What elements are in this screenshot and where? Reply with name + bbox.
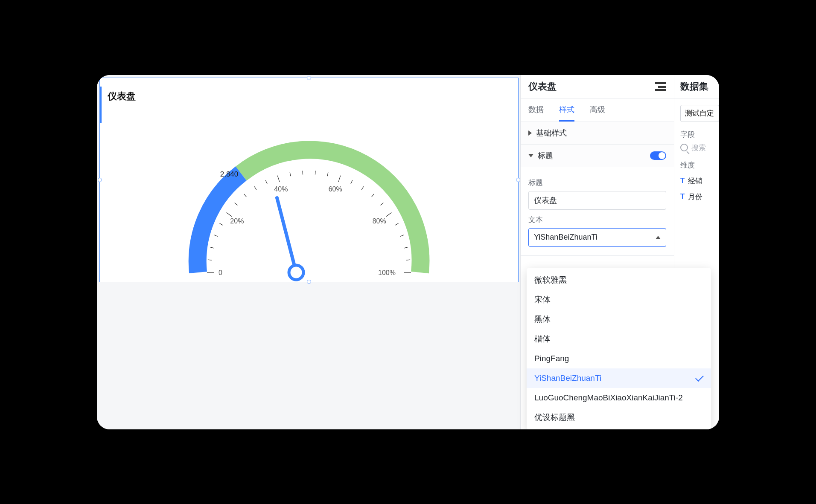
- tab-data[interactable]: 数据: [528, 98, 544, 122]
- svg-line-8: [254, 186, 256, 190]
- gauge-value: 2,840: [220, 170, 239, 179]
- svg-line-13: [315, 171, 315, 174]
- font-option[interactable]: 宋体: [527, 290, 711, 310]
- tab-advanced[interactable]: 高级: [590, 98, 605, 122]
- title-enabled-toggle[interactable]: [650, 151, 666, 160]
- svg-line-22: [400, 235, 404, 236]
- font-option[interactable]: 优设标题黑: [527, 408, 711, 427]
- search-icon: [680, 144, 688, 151]
- text-field-label: 文本: [528, 215, 666, 225]
- gauge-chart: 0 20% 40% 60% 80% 100%: [177, 102, 441, 290]
- text-type-icon: T: [680, 192, 685, 201]
- collapse-panel-icon[interactable]: [655, 82, 666, 91]
- font-option-selected[interactable]: YiShanBeiZhuanTi: [527, 368, 711, 388]
- svg-line-20: [386, 212, 391, 216]
- svg-line-4: [220, 223, 223, 225]
- tick-0: 0: [219, 269, 222, 276]
- title-input[interactable]: [528, 191, 666, 210]
- dimensions-label: 维度: [680, 160, 719, 170]
- font-dropdown: 微软雅黑 宋体 黑体 楷体 PingFang YiShanBeiZhuanTi …: [527, 268, 711, 429]
- tick-60: 60%: [329, 185, 342, 193]
- fields-label: 字段: [680, 130, 719, 139]
- dimension-field[interactable]: T 月份: [680, 192, 719, 202]
- gauge-needle: [277, 198, 303, 280]
- chevron-up-icon: [656, 236, 661, 239]
- section-basic-label: 基础样式: [536, 128, 666, 138]
- tick-100: 100%: [378, 269, 396, 276]
- properties-panel: 仪表盘 数据 样式 高级 基础样式 标: [520, 75, 674, 429]
- dimension-name: 经销: [688, 176, 702, 186]
- chevron-down-icon: [528, 154, 533, 157]
- svg-line-21: [395, 223, 399, 225]
- svg-line-10: [277, 175, 280, 182]
- dimension-field[interactable]: T 经销: [680, 176, 719, 186]
- widget-accent-bar: [100, 87, 102, 123]
- field-search[interactable]: 搜索: [680, 143, 719, 153]
- svg-line-14: [327, 172, 328, 176]
- panel-title: 仪表盘: [528, 80, 557, 93]
- section-title[interactable]: 标题: [521, 145, 674, 167]
- title-field-label: 标题: [528, 178, 666, 188]
- svg-line-19: [381, 203, 384, 205]
- svg-line-15: [338, 175, 341, 182]
- dataset-select-value: 测试自定: [685, 108, 714, 118]
- dataset-panel-title: 数据集: [674, 75, 719, 99]
- svg-line-12: [303, 171, 303, 174]
- tick-40: 40%: [274, 185, 288, 193]
- section-title-label: 标题: [538, 151, 646, 161]
- svg-line-3: [214, 235, 218, 236]
- font-select[interactable]: YiShanBeiZhuanTi: [528, 228, 666, 247]
- svg-line-26: [277, 198, 296, 272]
- dataset-select[interactable]: 测试自定: [680, 105, 719, 122]
- search-placeholder: 搜索: [691, 143, 706, 153]
- check-icon: [695, 373, 704, 382]
- svg-line-17: [361, 186, 364, 190]
- resize-handle-n[interactable]: [307, 76, 311, 80]
- font-select-value: YiShanBeiZhuanTi: [534, 233, 597, 242]
- font-option[interactable]: 黑体: [527, 310, 711, 329]
- section-basic-style[interactable]: 基础样式: [521, 122, 674, 144]
- svg-line-24: [406, 260, 410, 260]
- text-type-icon: T: [680, 177, 685, 185]
- tick-80: 80%: [373, 217, 386, 224]
- svg-line-18: [372, 194, 374, 197]
- svg-line-5: [227, 212, 232, 216]
- font-option[interactable]: PingFang: [527, 349, 711, 368]
- resize-handle-e[interactable]: [516, 178, 520, 182]
- svg-line-6: [235, 203, 238, 205]
- svg-line-9: [265, 180, 267, 183]
- tick-20: 20%: [230, 217, 244, 224]
- font-option[interactable]: 微软雅黑: [527, 270, 711, 290]
- dimension-name: 月份: [688, 192, 702, 202]
- svg-line-16: [351, 180, 353, 183]
- svg-line-23: [404, 247, 408, 248]
- svg-point-27: [289, 265, 303, 280]
- svg-line-2: [210, 247, 214, 248]
- svg-line-1: [208, 260, 212, 260]
- gauge-widget[interactable]: 仪表盘 0 20% 40% 60% 80% 100%: [99, 78, 519, 282]
- svg-line-7: [244, 194, 247, 197]
- canvas-area[interactable]: 仪表盘 0 20% 40% 60% 80% 100%: [97, 75, 520, 429]
- widget-title: 仪表盘: [108, 90, 136, 103]
- svg-line-11: [290, 172, 291, 176]
- resize-handle-w[interactable]: [98, 178, 102, 182]
- font-option[interactable]: LuoGuoChengMaoBiXiaoXianKaiJianTi-2: [527, 388, 711, 408]
- tab-style[interactable]: 样式: [559, 98, 574, 122]
- chevron-right-icon: [528, 130, 532, 136]
- font-option[interactable]: 楷体: [527, 329, 711, 349]
